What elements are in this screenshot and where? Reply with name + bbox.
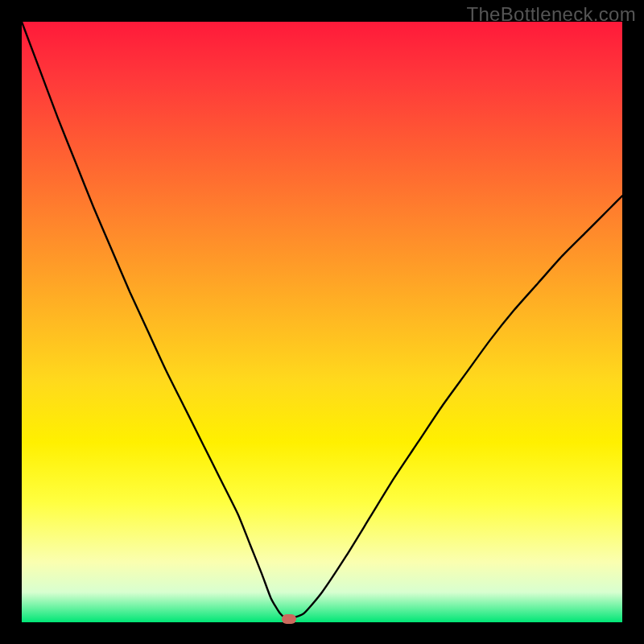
bottleneck-curve xyxy=(22,22,622,618)
optimum-marker xyxy=(282,614,296,624)
plot-area xyxy=(22,22,622,622)
outer-frame: TheBottleneck.com xyxy=(0,0,644,644)
curve-svg xyxy=(22,22,622,622)
